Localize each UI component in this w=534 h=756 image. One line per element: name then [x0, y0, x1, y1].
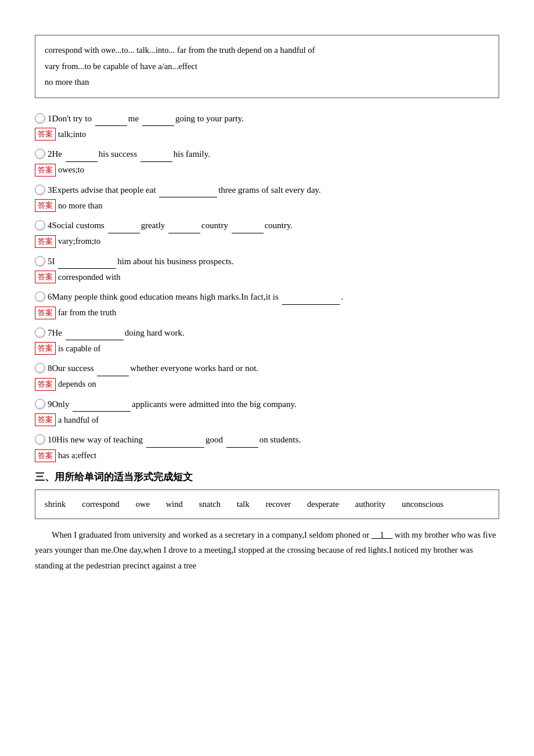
question-line-1: 1Don't try to me going to your party.	[35, 111, 499, 127]
answer-line-8: 答案depends on	[35, 378, 499, 391]
word-box2: shrinkcorrespondowewindsnatchtalkrecover…	[35, 489, 499, 519]
question-line-9: 9Only applicants were admitted into the …	[35, 397, 499, 412]
answer-badge-4: 答案	[35, 235, 56, 248]
answer-text-9: a handful of	[58, 415, 99, 425]
answer-text-10: has a;effect	[58, 451, 96, 460]
radio-icon-2	[35, 149, 45, 159]
question-text-4: 4Social customs greatly country country.	[48, 218, 293, 233]
answer-text-2: owes;to	[58, 165, 84, 175]
vocab-line3: no more than	[45, 74, 489, 91]
answer-line-7: 答案is capable of	[35, 342, 499, 355]
question-text-6: 6Many people think good education means …	[48, 289, 343, 305]
section3-title: 三、用所给单词的适当形式完成短文	[35, 470, 499, 484]
question-line-3: 3Experts advise that people eat three gr…	[35, 182, 499, 198]
radio-icon-8	[35, 363, 45, 373]
question-block-4: 4Social customs greatly country country.…	[35, 218, 499, 248]
answer-badge-5: 答案	[35, 271, 56, 283]
question-block-5: 5I him about his business prospects.答案co…	[35, 254, 499, 284]
answer-line-9: 答案a handful of	[35, 413, 499, 426]
radio-icon-5	[35, 256, 45, 267]
question-text-1: 1Don't try to me going to your party.	[48, 111, 244, 127]
answer-line-3: 答案no more than	[35, 199, 499, 212]
radio-icon-7	[35, 327, 45, 338]
answer-line-10: 答案has a;effect	[35, 449, 499, 462]
answer-badge-8: 答案	[35, 378, 56, 391]
word-item: desperate	[307, 496, 339, 513]
question-block-8: 8Our success whether everyone works hard…	[35, 361, 499, 391]
answer-text-1: talk;into	[58, 129, 86, 139]
answer-line-2: 答案owes;to	[35, 164, 499, 177]
question-block-1: 1Don't try to me going to your party.答案t…	[35, 111, 499, 141]
radio-icon-10	[35, 434, 45, 445]
question-text-2: 2He his success his family.	[48, 146, 210, 162]
answer-text-7: is capable of	[58, 344, 100, 354]
word-item: authority	[355, 496, 385, 513]
vocab-box: correspond with owe...to... talk...into.…	[35, 35, 499, 98]
question-line-7: 7He doing hard work.	[35, 325, 499, 341]
vocab-line1: correspond with owe...to... talk...into.…	[45, 42, 489, 59]
question-line-4: 4Social customs greatly country country.	[35, 218, 499, 233]
word-item: talk	[237, 496, 250, 513]
word-item: correspond	[82, 496, 119, 513]
radio-icon-4	[35, 220, 45, 231]
passage-blank-1: __1__	[371, 530, 392, 539]
answer-badge-7: 答案	[35, 342, 56, 355]
radio-icon-1	[35, 113, 45, 124]
question-line-10: 10His new way of teaching good on studen…	[35, 432, 499, 448]
word-item: shrink	[45, 496, 66, 513]
word-item: wind	[166, 496, 183, 513]
questions-container: 1Don't try to me going to your party.答案t…	[35, 111, 499, 462]
question-block-2: 2He his success his family.答案owes;to	[35, 146, 499, 177]
answer-line-4: 答案vary;from;to	[35, 235, 499, 248]
radio-icon-6	[35, 291, 45, 302]
passage-text: When I graduated from university and wor…	[35, 527, 499, 574]
question-block-10: 10His new way of teaching good on studen…	[35, 432, 499, 462]
answer-line-5: 答案corresponded with	[35, 271, 499, 283]
question-text-7: 7He doing hard work.	[48, 325, 185, 341]
answer-text-3: no more than	[58, 201, 103, 211]
question-text-9: 9Only applicants were admitted into the …	[48, 397, 297, 412]
word-item: unconscious	[402, 496, 443, 513]
question-line-8: 8Our success whether everyone works hard…	[35, 361, 499, 376]
answer-badge-9: 答案	[35, 413, 56, 426]
question-block-7: 7He doing hard work.答案is capable of	[35, 325, 499, 355]
word-item: recover	[266, 496, 291, 513]
question-line-6: 6Many people think good education means …	[35, 289, 499, 305]
answer-badge-10: 答案	[35, 449, 56, 462]
question-line-2: 2He his success his family.	[35, 146, 499, 162]
answer-text-6: far from the truth	[58, 308, 116, 318]
vocab-line2: vary from...to be capable of have a/an..…	[45, 59, 489, 75]
answer-text-4: vary;from;to	[58, 236, 100, 246]
question-text-3: 3Experts advise that people eat three gr…	[48, 182, 321, 198]
radio-icon-3	[35, 185, 45, 195]
answer-badge-1: 答案	[35, 128, 56, 141]
word-item: owe	[136, 496, 150, 513]
answer-line-1: 答案talk;into	[35, 128, 499, 141]
question-block-9: 9Only applicants were admitted into the …	[35, 397, 499, 427]
question-block-3: 3Experts advise that people eat three gr…	[35, 182, 499, 213]
answer-line-6: 答案far from the truth	[35, 307, 499, 319]
answer-text-5: corresponded with	[58, 272, 121, 282]
question-text-8: 8Our success whether everyone works hard…	[48, 361, 258, 376]
answer-badge-6: 答案	[35, 307, 56, 319]
question-text-10: 10His new way of teaching good on studen…	[48, 432, 301, 448]
question-line-5: 5I him about his business prospects.	[35, 254, 499, 269]
question-block-6: 6Many people think good education means …	[35, 289, 499, 319]
word-item: snatch	[199, 496, 221, 513]
radio-icon-9	[35, 399, 45, 409]
answer-badge-2: 答案	[35, 164, 56, 177]
answer-text-8: depends on	[58, 379, 96, 389]
answer-badge-3: 答案	[35, 199, 56, 212]
question-text-5: 5I him about his business prospects.	[48, 254, 234, 269]
